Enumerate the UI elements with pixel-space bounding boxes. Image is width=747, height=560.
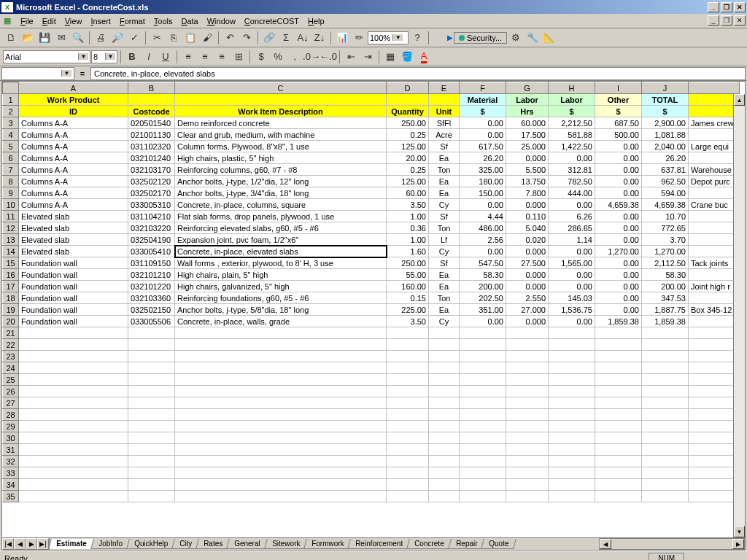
cell-E18[interactable]: Ton [429,292,460,304]
cell-D11[interactable]: 1.00 [387,211,429,222]
row-header-35[interactable]: 35 [3,491,19,502]
cell-C3[interactable]: Demo reinforced concrete [175,117,387,129]
cell-empty-30-9[interactable] [642,432,689,444]
cell-G11[interactable]: 0.110 [506,211,549,222]
cell-empty-33-5[interactable] [460,467,506,479]
cell-empty-32-5[interactable] [460,456,506,467]
cell-empty-28-1[interactable] [128,409,175,421]
header-A[interactable]: Work Product [19,94,128,106]
row-header-29[interactable]: 29 [3,421,19,432]
security-button[interactable]: Security... [454,32,507,44]
cell-empty-31-1[interactable] [128,444,175,456]
cell-empty-32-6[interactable] [506,456,549,467]
hyperlink-icon[interactable]: 🔗 [261,30,277,46]
cell-H6[interactable]: 0.00 [549,152,595,164]
cell-empty-27-4[interactable] [429,397,460,409]
cell-empty-32-7[interactable] [549,456,595,467]
scroll-down-icon[interactable]: ▼ [734,526,745,537]
cell-G12[interactable]: 5.040 [506,222,549,234]
cell-G14[interactable]: 0.000 [506,246,549,257]
cell-G18[interactable]: 2.550 [506,292,549,304]
cell-D7[interactable]: 0.25 [387,164,429,176]
cell-empty-21-3[interactable] [387,327,429,339]
cell-empty-25-3[interactable] [387,374,429,386]
sheet-tab-reinforcement[interactable]: Reinforcement [348,539,411,549]
cell-empty-29-6[interactable] [506,421,549,432]
italic-icon[interactable]: I [141,49,157,65]
cell-empty-26-7[interactable] [549,386,595,397]
sheet-tab-formwork[interactable]: Formwork [303,539,352,549]
tab-last-icon[interactable]: ▶| [37,538,49,550]
cell-H4[interactable]: 581.88 [549,129,595,141]
cell-J14[interactable]: 1,270.00 [642,246,689,257]
cell-K7[interactable]: Warehouse [689,164,740,176]
copy-icon[interactable]: ⎘ [166,30,182,46]
cell-G19[interactable]: 27.000 [506,304,549,316]
cell-I20[interactable]: 1,859.38 [595,316,642,327]
cell-empty-31-8[interactable] [595,444,642,456]
menu-edit[interactable]: Edit [38,15,61,27]
cell-empty-29-4[interactable] [429,421,460,432]
row-header-10[interactable]: 10 [3,199,19,211]
cell-J8[interactable]: 962.50 [642,176,689,187]
cell-empty-26-6[interactable] [506,386,549,397]
col-header-blank[interactable] [689,82,740,94]
cell-empty-23-8[interactable] [595,351,642,362]
header-C[interactable] [175,94,387,106]
cell-J6[interactable]: 26.20 [642,152,689,164]
cell-empty-34-6[interactable] [506,479,549,491]
cell-K18[interactable] [689,292,740,304]
cell-empty-24-5[interactable] [460,362,506,374]
col-header-F[interactable]: F [460,82,506,94]
cell-J9[interactable]: 594.00 [642,187,689,199]
cell-E20[interactable]: Cy [429,316,460,327]
cell-empty-25-2[interactable] [175,374,387,386]
row-header-5[interactable]: 5 [3,141,19,152]
cell-D16[interactable]: 55.00 [387,269,429,281]
cell-empty-21-5[interactable] [460,327,506,339]
cell-K17[interactable]: Joint high r [689,281,740,292]
cell-C14[interactable]: Concrete, in-place, elevated slabs [175,246,387,257]
col-header-C[interactable]: C [175,82,387,94]
cell-empty-33-4[interactable] [429,467,460,479]
sort-desc-icon[interactable]: Z↓ [311,30,328,46]
row-header-16[interactable]: 16 [3,269,19,281]
cell-empty-32-3[interactable] [387,456,429,467]
cell-D19[interactable]: 225.00 [387,304,429,316]
cell-A13[interactable]: Elevated slab [19,234,128,246]
col-header-H[interactable]: H [549,82,595,94]
restore-button[interactable]: ❐ [721,2,732,12]
font-name-combo[interactable]: Arial▼ [3,50,90,63]
row-header-22[interactable]: 22 [3,339,19,351]
design-mode-icon[interactable]: 📐 [541,30,557,46]
cell-J5[interactable]: 2,040.00 [642,141,689,152]
cell-empty-23-1[interactable] [128,351,175,362]
save-icon[interactable]: 💾 [36,30,53,46]
row-header-8[interactable]: 8 [3,176,19,187]
cell-H10[interactable]: 0.00 [549,199,595,211]
cell-F5[interactable]: 617.50 [460,141,506,152]
header-D[interactable] [387,94,429,106]
cell-K12[interactable] [689,222,740,234]
cell-K9[interactable] [689,187,740,199]
fill-color-icon[interactable]: 🪣 [399,49,415,65]
horizontal-scrollbar[interactable]: ◀ ▶ [599,538,745,550]
cell-empty-26-3[interactable] [387,386,429,397]
cell-E8[interactable]: Ea [429,176,460,187]
cell-empty-32-4[interactable] [429,456,460,467]
percent-icon[interactable]: % [270,49,286,65]
col-header-D[interactable]: D [387,82,429,94]
cell-I18[interactable]: 0.00 [595,292,642,304]
cell-I5[interactable]: 0.00 [595,141,642,152]
cell-I9[interactable]: 0.00 [595,187,642,199]
comma-icon[interactable]: , [287,49,303,65]
cell-C4[interactable]: Clear and grub, medium, with machine [175,129,387,141]
menu-data[interactable]: Data [177,15,202,27]
cell-empty-24-9[interactable] [642,362,689,374]
cell-empty-24-8[interactable] [595,362,642,374]
row-header-11[interactable]: 11 [3,211,19,222]
sheet-tab-sitework[interactable]: Sitework [264,539,308,549]
format-painter-icon[interactable]: 🖌 [199,30,215,46]
cell-empty-24-0[interactable] [19,362,128,374]
chart-wizard-icon[interactable]: 📊 [334,30,350,46]
